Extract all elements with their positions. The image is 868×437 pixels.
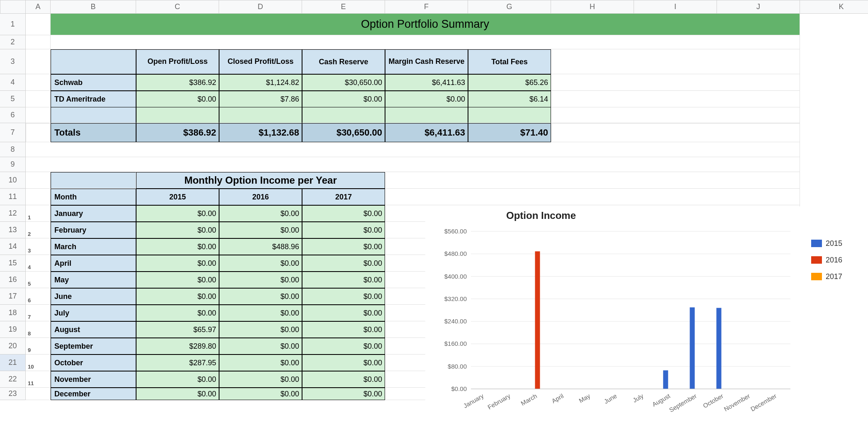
totals-closed-pl[interactable]: $1,132.68 — [219, 123, 302, 142]
row-header-11[interactable]: 11 — [0, 189, 26, 205]
column-header-G[interactable]: G — [468, 0, 551, 14]
month-value[interactable]: $0.00 — [302, 222, 385, 238]
row-header-17[interactable]: 17 — [0, 288, 26, 305]
month-value[interactable]: $0.00 — [219, 354, 302, 371]
row-header-19[interactable]: 19 — [0, 321, 26, 338]
month-value[interactable]: $0.00 — [302, 388, 385, 400]
row-header-23[interactable]: 23 — [0, 388, 26, 400]
month-value[interactable]: $0.00 — [219, 305, 302, 321]
month-label[interactable]: November — [51, 371, 136, 388]
row-header-9[interactable]: 9 — [0, 157, 26, 172]
summary-header-margin-cash[interactable]: Margin Cash Reserve — [385, 49, 468, 74]
month-value[interactable]: $0.00 — [136, 288, 219, 305]
month-value[interactable]: $0.00 — [219, 371, 302, 388]
month-value[interactable]: $0.00 — [302, 255, 385, 272]
month-value[interactable]: $0.00 — [302, 288, 385, 305]
month-value[interactable]: $65.97 — [136, 321, 219, 338]
month-value[interactable]: $0.00 — [219, 222, 302, 238]
row-header-12[interactable]: 12 — [0, 205, 26, 222]
column-header-A[interactable]: A — [26, 0, 51, 14]
column-header-K[interactable]: K — [800, 0, 868, 14]
column-header-B[interactable]: B — [51, 0, 136, 14]
totals-label[interactable]: Totals — [51, 123, 136, 142]
month-value[interactable]: $0.00 — [219, 338, 302, 354]
summary-header-open-pl[interactable]: Open Profit/Loss — [136, 49, 219, 74]
month-value[interactable]: $0.00 — [302, 321, 385, 338]
column-header-E[interactable]: E — [302, 0, 385, 14]
row-header-21[interactable]: 21 — [0, 354, 26, 371]
month-value[interactable]: $289.80 — [136, 338, 219, 354]
totals-total-fees[interactable]: $71.40 — [468, 123, 551, 142]
broker-label-schwab[interactable]: Schwab — [51, 74, 136, 91]
totals-margin-cash[interactable]: $6,411.63 — [385, 123, 468, 142]
row-header-1[interactable]: 1 — [0, 14, 26, 35]
row-header-15[interactable]: 15 — [0, 255, 26, 272]
month-value[interactable]: $0.00 — [219, 321, 302, 338]
row-header-13[interactable]: 13 — [0, 222, 26, 238]
month-label[interactable]: June — [51, 288, 136, 305]
month-label[interactable]: April — [51, 255, 136, 272]
month-value[interactable]: $0.00 — [302, 354, 385, 371]
td-total-fees[interactable]: $6.14 — [468, 91, 551, 107]
row-header-20[interactable]: 20 — [0, 338, 26, 354]
month-value[interactable]: $0.00 — [136, 255, 219, 272]
month-value[interactable]: $0.00 — [136, 238, 219, 255]
monthly-section-title[interactable]: Monthly Option Income per Year — [136, 172, 385, 189]
month-value[interactable]: $0.00 — [219, 288, 302, 305]
month-value[interactable]: $0.00 — [302, 205, 385, 222]
cell-A2[interactable] — [26, 35, 51, 49]
row-header-4[interactable]: 4 — [0, 74, 26, 91]
month-label[interactable]: May — [51, 272, 136, 288]
broker-label-td[interactable]: TD Ameritrade — [51, 91, 136, 107]
select-all-corner[interactable] — [0, 0, 26, 14]
column-header-F[interactable]: F — [385, 0, 468, 14]
month-value[interactable]: $0.00 — [219, 388, 302, 400]
month-value[interactable]: $0.00 — [302, 272, 385, 288]
month-value[interactable]: $0.00 — [219, 272, 302, 288]
summary-header-blank[interactable] — [51, 49, 136, 74]
month-header[interactable]: Month — [51, 189, 136, 205]
chart-embed[interactable]: Option Income$0.00$80.00$160.00$240.00$3… — [425, 206, 865, 430]
month-label[interactable]: August — [51, 321, 136, 338]
summary-header-total-fees[interactable]: Total Fees — [468, 49, 551, 74]
row-header-8[interactable]: 8 — [0, 142, 26, 157]
schwab-cash-reserve[interactable]: $30,650.00 — [302, 74, 385, 91]
month-label[interactable]: March — [51, 238, 136, 255]
schwab-margin-cash[interactable]: $6,411.63 — [385, 74, 468, 91]
row-header-5[interactable]: 5 — [0, 91, 26, 107]
month-value[interactable]: $0.00 — [136, 371, 219, 388]
schwab-open-pl[interactable]: $386.92 — [136, 74, 219, 91]
month-value[interactable]: $0.00 — [136, 205, 219, 222]
row-header-22[interactable]: 22 — [0, 371, 26, 388]
row-header-2[interactable]: 2 — [0, 35, 26, 49]
month-value[interactable]: $0.00 — [136, 272, 219, 288]
month-value[interactable]: $0.00 — [136, 222, 219, 238]
month-value[interactable]: $0.00 — [302, 305, 385, 321]
summary-header-closed-pl[interactable]: Closed Profit/Loss — [219, 49, 302, 74]
year-header-2015[interactable]: 2015 — [136, 189, 219, 205]
totals-cash-reserve[interactable]: $30,650.00 — [302, 123, 385, 142]
title-banner[interactable]: Option Portfolio Summary — [51, 14, 800, 35]
schwab-total-fees[interactable]: $65.26 — [468, 74, 551, 91]
month-value[interactable]: $0.00 — [219, 205, 302, 222]
column-header-J[interactable]: J — [717, 0, 800, 14]
row-header-3[interactable]: 3 — [0, 49, 26, 74]
month-label[interactable]: July — [51, 305, 136, 321]
row-header-16[interactable]: 16 — [0, 272, 26, 288]
column-header-H[interactable]: H — [551, 0, 634, 14]
month-value[interactable]: $0.00 — [302, 338, 385, 354]
column-header-I[interactable]: I — [634, 0, 717, 14]
month-label[interactable]: January — [51, 205, 136, 222]
month-label[interactable]: February — [51, 222, 136, 238]
month-label[interactable]: December — [51, 388, 136, 400]
month-label[interactable]: October — [51, 354, 136, 371]
row-header-18[interactable]: 18 — [0, 305, 26, 321]
td-margin-cash[interactable]: $0.00 — [385, 91, 468, 107]
year-header-2016[interactable]: 2016 — [219, 189, 302, 205]
cell-A1[interactable] — [26, 14, 51, 35]
month-value[interactable]: $0.00 — [219, 255, 302, 272]
month-value[interactable]: $488.96 — [219, 238, 302, 255]
td-cash-reserve[interactable]: $0.00 — [302, 91, 385, 107]
column-header-D[interactable]: D — [219, 0, 302, 14]
schwab-closed-pl[interactable]: $1,124.82 — [219, 74, 302, 91]
